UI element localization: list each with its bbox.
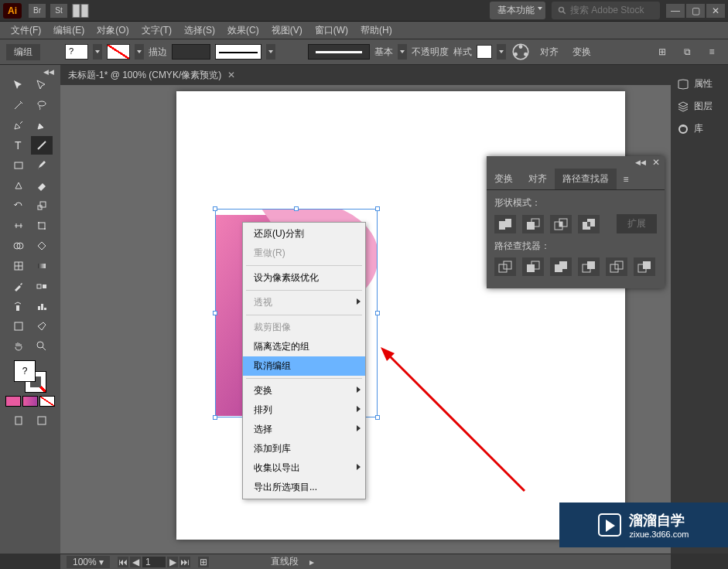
- trim-button[interactable]: [522, 257, 544, 276]
- artboard-nav-button[interactable]: ⊞: [198, 557, 209, 567]
- cm-add-library[interactable]: 添加到库: [243, 439, 365, 458]
- selection-handle-tm[interactable]: [294, 206, 299, 211]
- stroke-dropdown[interactable]: [135, 44, 144, 60]
- minimize-button[interactable]: —: [666, 4, 685, 18]
- toolbox-collapse-icon[interactable]: ◀◀: [43, 68, 54, 76]
- eraser-tool[interactable]: [31, 176, 53, 195]
- brush-dropdown[interactable]: [266, 44, 275, 60]
- mesh-tool[interactable]: [8, 257, 29, 275]
- intersect-button[interactable]: [550, 215, 572, 233]
- last-artboard-button[interactable]: ⏭: [179, 557, 190, 567]
- minus-front-button[interactable]: [522, 215, 544, 233]
- document-tab-close-icon[interactable]: ✕: [227, 70, 235, 80]
- fill-dropdown[interactable]: [93, 44, 102, 60]
- stock-icon[interactable]: St: [50, 4, 67, 18]
- swatch-none[interactable]: [39, 396, 55, 407]
- unite-button[interactable]: [494, 215, 516, 233]
- rotate-tool[interactable]: [8, 196, 29, 215]
- menu-select[interactable]: 选择(S): [178, 22, 221, 39]
- width-tool[interactable]: [8, 216, 29, 235]
- type-tool[interactable]: T: [8, 136, 29, 155]
- draw-mode-button[interactable]: [8, 411, 29, 430]
- scale-tool[interactable]: [31, 196, 53, 215]
- selection-handle-tl[interactable]: [213, 206, 217, 211]
- hand-tool[interactable]: [8, 337, 29, 356]
- menu-edit[interactable]: 编辑(E): [47, 22, 91, 39]
- style-dropdown[interactable]: [497, 44, 506, 60]
- maximize-button[interactable]: ▢: [686, 4, 705, 18]
- swatch-gradient[interactable]: [22, 396, 38, 407]
- align-button[interactable]: 对齐: [535, 43, 563, 62]
- workspace-switcher[interactable]: 基本功能: [490, 2, 545, 19]
- panel-collapse-icon[interactable]: ◀◀: [635, 158, 646, 166]
- cm-pixel-perfect[interactable]: 设为像素级优化: [243, 268, 365, 288]
- fill-indicator[interactable]: ?: [14, 360, 36, 382]
- lasso-tool[interactable]: [31, 96, 53, 114]
- brush-definition[interactable]: [215, 44, 261, 60]
- panel-close-icon[interactable]: ✕: [652, 157, 660, 168]
- pen-tool[interactable]: [8, 116, 29, 135]
- arrange-icon[interactable]: [72, 4, 89, 18]
- isolate-button[interactable]: ⊞: [652, 43, 672, 60]
- rail-properties[interactable]: 属性: [671, 73, 728, 95]
- column-graph-tool[interactable]: [31, 297, 53, 315]
- recolor-button[interactable]: [511, 43, 531, 60]
- selection-handle-ml[interactable]: [213, 311, 217, 315]
- style-swatch[interactable]: [477, 45, 492, 59]
- magic-wand-tool[interactable]: [8, 96, 29, 114]
- menu-file[interactable]: 文件(F): [5, 22, 47, 39]
- stroke-weight-input[interactable]: [172, 44, 210, 60]
- menu-effect[interactable]: 效果(C): [221, 22, 265, 39]
- status-dropdown-icon[interactable]: ▸: [309, 557, 314, 567]
- perspective-tool[interactable]: [31, 237, 53, 255]
- gradient-tool[interactable]: [31, 257, 53, 275]
- panel-menu-icon[interactable]: ≡: [617, 169, 635, 189]
- stroke-swatch[interactable]: [107, 44, 130, 60]
- transform-button[interactable]: 变换: [568, 43, 596, 62]
- rail-libraries[interactable]: 库: [671, 118, 728, 140]
- panel-tab-align[interactable]: 对齐: [521, 169, 555, 189]
- crop-button[interactable]: [578, 257, 600, 276]
- prev-artboard-button[interactable]: ◀: [130, 557, 141, 567]
- fill-swatch[interactable]: [65, 44, 88, 60]
- panel-tab-transform[interactable]: 变换: [487, 169, 521, 189]
- menu-window[interactable]: 窗口(W): [309, 22, 354, 39]
- slice-tool[interactable]: [31, 317, 53, 336]
- next-artboard-button[interactable]: ▶: [167, 557, 178, 567]
- search-stock-input[interactable]: 搜索 Adobe Stock: [552, 2, 660, 19]
- rectangle-tool[interactable]: [8, 156, 29, 175]
- blend-tool[interactable]: [31, 277, 53, 295]
- exclude-button[interactable]: [578, 215, 600, 233]
- direct-selection-tool[interactable]: [31, 76, 53, 94]
- swatch-pink[interactable]: [5, 396, 21, 407]
- rail-layers[interactable]: 图层: [671, 95, 728, 118]
- menu-object[interactable]: 对象(O): [91, 22, 135, 39]
- cm-collect-export[interactable]: 收集以导出: [243, 458, 365, 478]
- profile-dropdown[interactable]: [398, 44, 407, 60]
- divide-button[interactable]: [494, 257, 516, 276]
- cm-export-selection[interactable]: 导出所选项目...: [243, 478, 365, 497]
- cm-ungroup[interactable]: 取消编组: [243, 356, 365, 376]
- menu-type[interactable]: 文字(T): [135, 22, 178, 39]
- outline-button[interactable]: [606, 257, 627, 276]
- merge-button[interactable]: [550, 257, 572, 276]
- selection-handle-tr[interactable]: [375, 206, 380, 211]
- artboard-number-input[interactable]: 1: [142, 557, 166, 567]
- free-transform-tool[interactable]: [31, 216, 53, 235]
- shaper-tool[interactable]: [8, 176, 29, 195]
- line-tool[interactable]: [31, 136, 53, 155]
- edit-button[interactable]: ⧉: [677, 43, 697, 60]
- curvature-tool[interactable]: [31, 116, 53, 135]
- zoom-tool[interactable]: [31, 337, 53, 356]
- document-tab[interactable]: 未标题-1* @ 100% (CMYK/像素预览) ✕: [60, 65, 671, 85]
- screen-mode-button[interactable]: [31, 411, 53, 430]
- minus-back-button[interactable]: [634, 257, 655, 276]
- fill-stroke-indicator[interactable]: ?: [14, 360, 46, 393]
- menu-help[interactable]: 帮助(H): [354, 22, 398, 39]
- selection-handle-bl[interactable]: [213, 415, 217, 420]
- cm-transform[interactable]: 变换: [243, 381, 365, 400]
- eyedropper-tool[interactable]: [8, 277, 29, 295]
- selection-handle-br[interactable]: [375, 415, 380, 420]
- bridge-icon[interactable]: Br: [29, 4, 46, 18]
- more-button[interactable]: ≡: [702, 43, 722, 60]
